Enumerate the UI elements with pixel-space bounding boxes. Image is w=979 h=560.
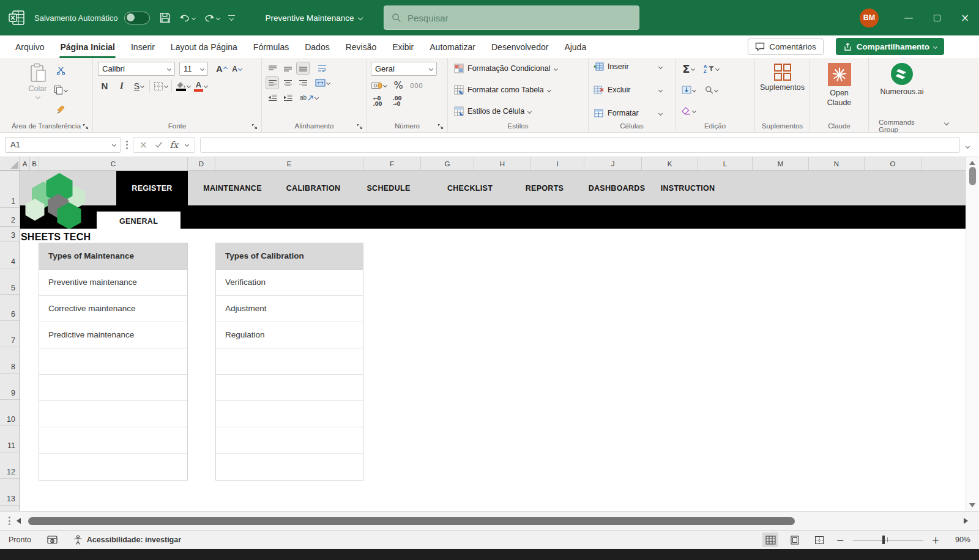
shrink-font-button[interactable]: A [230, 62, 244, 75]
table-cell[interactable]: Corrective maintenance [39, 296, 187, 322]
name-box[interactable]: A1 [5, 137, 121, 153]
row-header[interactable]: 13 [0, 479, 20, 506]
column-header[interactable]: D [188, 157, 215, 170]
enter-icon[interactable] [155, 141, 163, 148]
align-left-icon[interactable] [266, 76, 279, 89]
fill-down-button[interactable] [682, 84, 696, 97]
column-header[interactable]: H [474, 157, 531, 170]
expand-formula-bar-icon[interactable] [966, 139, 969, 150]
row-header[interactable]: 9 [0, 374, 20, 400]
autosum-button[interactable]: Σ [682, 62, 695, 75]
customize-quick-access-icon[interactable] [228, 15, 235, 20]
column-header[interactable]: J [584, 157, 642, 170]
font-dialog-launcher[interactable] [251, 123, 258, 130]
tab-ajuda[interactable]: Ajuda [557, 35, 593, 58]
merge-center-icon[interactable] [315, 76, 330, 89]
scroll-up-icon[interactable] [969, 161, 975, 165]
share-button[interactable]: Compartilhamento [836, 38, 944, 55]
scroll-down-icon[interactable] [969, 503, 975, 507]
decrease-decimal-icon[interactable]: .00→0 [390, 95, 404, 108]
row-header[interactable]: 12 [0, 452, 20, 479]
nav-tab-dashboards[interactable]: DASHBOARDS [589, 171, 646, 205]
macro-record-icon[interactable] [47, 536, 58, 544]
column-header[interactable]: G [421, 157, 474, 170]
copy-button[interactable] [54, 84, 67, 97]
format-as-table-button[interactable]: Formatar como Tabela [453, 84, 583, 96]
percent-style-button[interactable]: % [392, 79, 405, 92]
column-header[interactable]: A [20, 157, 30, 170]
table-cell[interactable] [216, 401, 363, 427]
paste-button[interactable]: Colar [25, 61, 51, 119]
zoom-in-button[interactable]: + [932, 534, 940, 546]
close-button[interactable]: × [951, 0, 979, 35]
nav-tab-reports[interactable]: REPORTS [526, 171, 564, 205]
table-cell[interactable]: Preventive maintenance [39, 270, 187, 296]
table-cell[interactable] [216, 427, 363, 454]
collapse-ribbon-icon[interactable] [945, 116, 948, 127]
table-cell[interactable] [39, 401, 187, 427]
minimize-button[interactable]: — [895, 0, 923, 35]
align-middle-icon[interactable] [281, 62, 294, 75]
column-header[interactable]: M [753, 157, 809, 170]
search-box[interactable] [384, 6, 639, 30]
bold-button[interactable]: N [98, 79, 111, 92]
nav-tab-checklist[interactable]: CHECKLIST [447, 171, 493, 205]
row-header[interactable]: 7 [0, 321, 20, 347]
maximize-button[interactable] [923, 0, 951, 35]
addins-button[interactable]: Suplementos [756, 61, 808, 119]
zoom-slider[interactable] [853, 535, 923, 545]
nav-tab-maintenance[interactable]: MAINTENANCE [203, 171, 262, 205]
calibration-table-header[interactable]: Types of Calibration [216, 243, 363, 270]
decrease-indent-icon[interactable] [266, 91, 279, 104]
table-cell[interactable] [39, 375, 187, 401]
avatar[interactable]: BM [860, 9, 879, 28]
italic-button[interactable]: I [115, 79, 128, 92]
tab-layout-da-pagina[interactable]: Layout da Página [164, 35, 244, 58]
align-top-icon[interactable] [266, 62, 279, 75]
row-header[interactable]: 3 [0, 227, 20, 242]
zoom-level[interactable]: 90% [948, 536, 970, 544]
column-header[interactable]: L [698, 157, 753, 170]
insert-function-icon[interactable]: fx [170, 140, 179, 150]
scroll-right-icon[interactable] [964, 518, 968, 524]
borders-button[interactable] [154, 79, 168, 92]
vertical-scrollbar[interactable] [966, 157, 979, 511]
undo-button[interactable] [179, 13, 195, 23]
horizontal-scrollbar[interactable] [26, 512, 958, 530]
row-header[interactable]: 10 [0, 400, 20, 426]
numerous-ai-button[interactable]: Numerous.ai [877, 61, 928, 119]
table-cell[interactable] [216, 375, 363, 401]
select-all-corner[interactable] [0, 157, 20, 170]
row-header[interactable]: 11 [0, 426, 20, 452]
fill-color-button[interactable] [176, 79, 190, 92]
row-header[interactable]: 5 [0, 268, 20, 295]
number-dialog-launcher[interactable] [437, 123, 444, 130]
vertical-scroll-thumb[interactable] [969, 167, 976, 185]
comments-button[interactable]: Comentários [748, 39, 824, 55]
tab-pagina-inicial[interactable]: Página Inicial [53, 35, 121, 58]
table-cell[interactable] [39, 454, 187, 480]
underline-button[interactable]: S [132, 79, 146, 92]
find-select-button[interactable] [704, 84, 718, 97]
sub-tab-general[interactable]: GENERAL [97, 212, 181, 231]
cut-icon[interactable] [54, 64, 67, 77]
sheet-canvas[interactable]: REGISTER MAINTENANCE CALIBRATION SCHEDUL… [20, 171, 966, 511]
formula-bar-drag-handle[interactable] [126, 141, 128, 149]
sort-filter-button[interactable]: AZ [704, 62, 719, 75]
clear-button[interactable] [682, 105, 696, 117]
column-header-partial[interactable] [921, 157, 966, 170]
tab-desenvolvedor[interactable]: Desenvolvedor [485, 35, 555, 58]
zoom-slider-thumb[interactable] [882, 536, 885, 544]
accessibility-status[interactable]: Acessibilidade: investigar [73, 535, 181, 545]
increase-decimal-icon[interactable]: ←0.00 [371, 95, 384, 108]
column-header[interactable]: I [531, 157, 584, 170]
search-input[interactable] [408, 13, 631, 23]
column-header[interactable]: N [809, 157, 865, 170]
table-cell[interactable]: Adjustment [216, 296, 363, 322]
row-header[interactable]: 2 [0, 208, 20, 227]
sheet-tab-menu-icon[interactable] [9, 517, 10, 525]
clipboard-dialog-launcher[interactable] [83, 123, 89, 130]
row-header-partial[interactable] [0, 506, 20, 511]
comma-style-button[interactable]: 000 [410, 79, 423, 92]
align-center-icon[interactable] [281, 76, 294, 89]
